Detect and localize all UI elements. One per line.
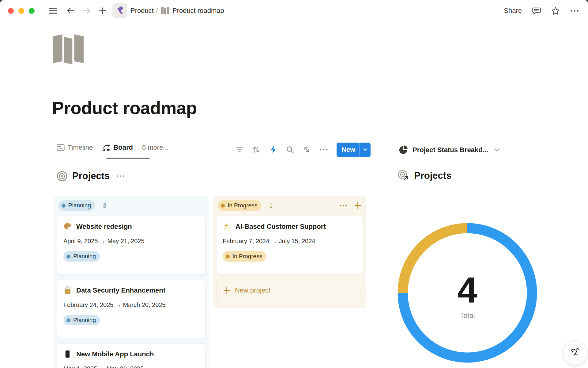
card-status-tag: In Progress [223,251,266,262]
column-count: 3 [103,202,106,209]
new-project-button[interactable]: New project [216,280,363,301]
card-title: Data Security Enhancement [76,286,165,294]
page-map-icon[interactable] [53,34,85,66]
topbar-actions: Share [504,6,579,15]
board-column-planning: Planning 3 Website redesign April 9, 202… [54,196,209,368]
card-date-range: February 7, 2024 → July 15, 2024 [223,238,357,245]
status-label: Planning [73,317,96,324]
donut-total-label: Total [460,312,475,320]
chart-widget-title: Project Status Breakd... [413,146,488,154]
chart-header-divider [392,161,534,161]
close-window-button[interactable] [8,8,14,14]
ai-face-icon [569,346,582,359]
board-section-heading: Projects [57,171,125,182]
window-topbar: Product / Product roadmap Share [0,0,588,21]
project-card-ai-support[interactable]: AI-Based Customer Support February 7, 20… [216,216,363,274]
status-dot [66,318,70,322]
project-card-website-redesign[interactable]: Website redesign April 9, 2025 → May 21,… [57,216,205,274]
tab-more-label: 6 more... [142,144,169,151]
expand-icon[interactable] [303,145,311,154]
status-label: Planning [68,202,91,209]
status-pill-in-progress[interactable]: In Progress [218,200,261,211]
board-view-icon [102,144,110,151]
more-options-icon[interactable] [570,6,579,15]
status-donut-chart: 4 Total [394,219,541,368]
target-icon [57,171,67,182]
status-dot [221,204,225,208]
new-record-split-button: New [337,143,371,157]
board-column-in-progress: In Progress 1 AI-Based Customer Support … [213,196,366,308]
favorite-star-icon[interactable] [551,6,560,15]
column-add-icon[interactable] [354,201,362,209]
card-date-range: May 1, 2025 → May 30, 2025 [63,365,199,368]
tab-timeline[interactable]: Timeline [57,144,93,151]
column-header-planning: Planning 3 [57,200,205,211]
teamspace-hammer-icon[interactable] [112,3,127,18]
status-dot [226,255,230,259]
breadcrumb-map-icon[interactable] [161,7,169,15]
column-more-icon[interactable] [339,201,347,209]
status-dot [62,204,66,208]
mobile-phone-icon [63,350,72,358]
sidebar-menu-icon[interactable] [49,6,57,15]
view-options-icon[interactable] [319,145,328,154]
card-date-range: April 9, 2025 → May 21, 2025 [63,238,199,245]
view-tabs: Timeline Board 6 more... [57,144,169,151]
chart-section-title: Projects [414,170,451,181]
card-title: New Mobile App Launch [76,350,154,358]
search-icon[interactable] [286,145,294,154]
project-card-data-security[interactable]: Data Security Enhancement February 24, 2… [57,280,205,338]
breadcrumb-page[interactable]: Product roadmap [172,7,224,15]
tab-timeline-label: Timeline [68,144,93,151]
card-status-tag: Planning [63,251,100,262]
column-count: 1 [269,202,273,209]
project-card-mobile-app[interactable]: New Mobile App Launch May 1, 2025 → May … [57,343,205,368]
chevron-down-icon [363,148,367,151]
new-project-label: New project [235,286,270,294]
minimize-window-button[interactable] [18,8,24,14]
linked-target-icon [398,170,409,182]
new-button[interactable]: New [337,146,355,154]
new-button-chevron[interactable] [360,148,371,151]
active-tab-underline [106,158,150,159]
card-title: Website redesign [76,223,132,231]
database-toolbar: New [235,142,371,157]
board-section-title: Projects [72,171,110,182]
automations-lightning-icon[interactable] [269,145,277,154]
status-dot [66,255,70,259]
board-header-divider [54,161,366,161]
filter-icon[interactable] [235,145,244,154]
sort-icon[interactable] [252,145,261,154]
card-date-range: February 24, 2025 → March 20, 2025 [63,301,199,309]
app-window: Product / Product roadmap Share Product … [0,0,588,368]
tab-board-label: Board [113,144,133,151]
new-tab-plus-icon[interactable] [98,6,107,15]
page-title[interactable]: Product roadmap [52,98,197,118]
pie-chart-icon [398,145,409,155]
chart-section-heading: Projects [398,170,451,182]
notion-ai-button[interactable] [563,340,587,365]
donut-total-value: 4 [457,270,477,310]
plus-icon [223,287,230,294]
lock-icon [63,286,72,294]
comments-icon[interactable] [532,6,541,15]
breadcrumb-separator: / [156,7,158,15]
traffic-lights [8,8,35,14]
status-label: In Progress [232,253,262,260]
palette-icon [63,222,72,231]
sparkles-icon [223,222,231,231]
status-pill-planning[interactable]: Planning [58,200,95,211]
tab-more-views[interactable]: 6 more... [142,144,169,151]
back-icon[interactable] [66,6,75,15]
breadcrumb-team[interactable]: Product [130,7,154,15]
tab-board[interactable]: Board [102,144,133,151]
timeline-view-icon [57,144,65,151]
section-more-icon[interactable] [116,175,125,177]
forward-icon[interactable] [82,6,91,15]
chevron-down-icon [494,148,500,152]
share-button[interactable]: Share [504,7,522,15]
card-title: AI-Based Customer Support [236,223,326,231]
card-status-tag: Planning [63,315,100,325]
chart-widget-header[interactable]: Project Status Breakd... [398,145,500,155]
zoom-window-button[interactable] [29,8,35,14]
